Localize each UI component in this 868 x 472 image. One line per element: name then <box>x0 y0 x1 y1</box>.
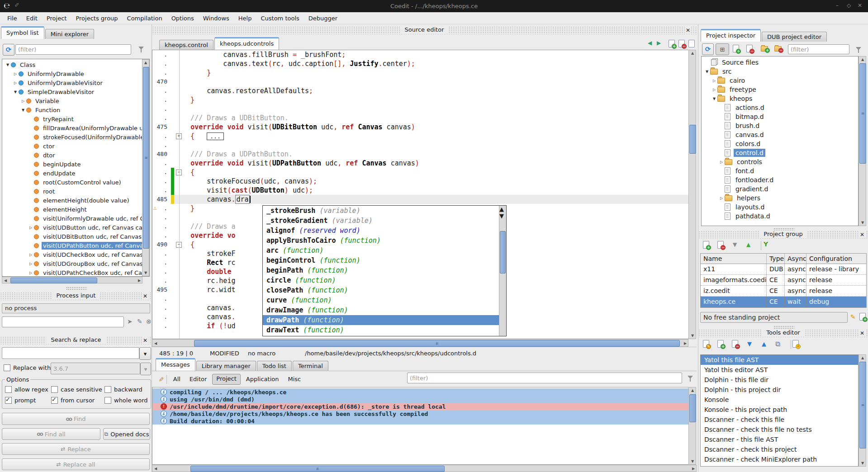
remove-tool-icon[interactable]: − <box>732 340 738 348</box>
scroll-right-icon[interactable]: ▶ <box>136 278 142 283</box>
run-tool-icon[interactable]: ⚡ <box>792 340 799 348</box>
file-tree-item[interactable]: bitmap.d <box>702 112 851 121</box>
code-line[interactable]: . <box>152 141 688 150</box>
tool-item[interactable]: Dscanner - this file AST <box>701 434 858 444</box>
checkbox[interactable] <box>104 397 111 404</box>
scrollbar-thumb[interactable]: ≡ <box>859 362 866 448</box>
menu-item-edit[interactable]: Edit <box>22 12 42 24</box>
symbol-tree-item[interactable]: fillDrawArea(UniformlyDrawable udc <box>3 123 142 132</box>
scroll-down-icon[interactable]: ▼ <box>689 458 696 464</box>
tool-item[interactable]: Dscanner - check MiniExplorer path <box>701 454 858 464</box>
messages-filter-input[interactable] <box>407 373 682 383</box>
file-tree-item[interactable]: ▷controls <box>702 157 851 166</box>
file-tree-item[interactable]: layouts.d <box>702 203 851 212</box>
scroll-up-icon[interactable]: ▲ <box>142 60 149 66</box>
maximize-button[interactable]: ◇ <box>847 2 851 9</box>
scroll-left-icon[interactable]: ◀ <box>152 340 159 346</box>
close-window-button[interactable]: ✕ <box>858 2 862 9</box>
code-line[interactable]: . canvas.restoreAllDefaults; <box>152 86 688 95</box>
merge-projects-icon[interactable]: Y <box>764 241 768 248</box>
code-line[interactable]: . override void visit(UDPathButton udc, … <box>152 159 688 168</box>
menu-item-options[interactable]: Options <box>167 12 199 24</box>
messages-hscrollbar[interactable]: ◀ ≡ ▶ <box>152 465 697 472</box>
tool-item[interactable]: Dscanner - check this project <box>701 444 858 454</box>
completion-item[interactable]: applyBrushToCairo(function) <box>263 236 499 245</box>
document-icon[interactable] <box>688 40 695 47</box>
tab-messages[interactable]: Messages <box>156 358 195 371</box>
menu-item-project[interactable]: Project <box>42 12 71 24</box>
completion-item[interactable]: _strokeBrush(variable) <box>263 206 499 216</box>
column-header-async[interactable]: Async <box>784 254 806 264</box>
file-tree-item[interactable]: ▷helpers <box>702 194 851 203</box>
new-free-project-icon[interactable]: + <box>859 313 866 321</box>
new-document-icon[interactable]: + <box>669 40 675 47</box>
file-tree-item[interactable]: control.d <box>702 148 851 157</box>
cancel-process-icon[interactable]: ⊗ <box>146 318 152 325</box>
symbol-tree-item[interactable]: beginUpdate <box>3 160 142 169</box>
right-panel-divider[interactable] <box>698 24 698 472</box>
code-line[interactable]: . /// Draws a UDBitButton. <box>152 113 688 123</box>
symbol-tree-item[interactable]: root(CustomControl value) <box>3 178 142 187</box>
scrollbar-thumb[interactable] <box>500 231 506 274</box>
project-refresh-button[interactable]: ⟳ <box>702 43 714 55</box>
file-tree-item[interactable]: Source files <box>702 58 851 67</box>
completion-item[interactable]: drawText(function) <box>263 325 499 335</box>
completion-item[interactable]: circle(function) <box>263 275 499 285</box>
expander-closed-icon[interactable]: ▷ <box>718 196 725 200</box>
editor-tab-kheops-control[interactable]: kheops.control <box>159 40 213 50</box>
message-row[interactable]: iBuild duration: 00:00:04 <box>152 417 688 425</box>
file-tree-item[interactable]: colors.d <box>702 139 851 148</box>
remove-project-icon[interactable]: − <box>717 241 724 249</box>
menu-item-compilation[interactable]: Compilation <box>123 12 167 24</box>
expander-open-icon[interactable]: ▼ <box>5 63 11 67</box>
message-row[interactable]: !/usr/include/dmd/druntime/import/core/e… <box>152 403 688 410</box>
remove-file-icon[interactable]: − <box>746 45 753 52</box>
expander-closed-icon[interactable]: ▷ <box>28 226 34 230</box>
scroll-down-icon[interactable]: ▼ <box>499 212 504 219</box>
code-line[interactable]: . <box>152 104 688 113</box>
send-and-pin-icon[interactable]: ✎ <box>137 318 142 325</box>
tool-item[interactable]: Dolphin - this file dir <box>701 375 858 385</box>
checkbox[interactable] <box>5 397 12 404</box>
symbol-tree-item[interactable]: ▷visit(UDCheckBox udc, ref Canvas <box>3 250 142 259</box>
symbol-filter-input[interactable] <box>15 44 131 55</box>
menu-item-file[interactable]: File <box>3 12 22 24</box>
filter-all[interactable]: All <box>170 374 184 384</box>
send-input-icon[interactable]: ➤ <box>127 318 133 325</box>
scrollbar-thumb[interactable] <box>689 125 696 154</box>
symbol-tree-vscrollbar[interactable]: ▲ ≡ ▼ <box>142 59 149 276</box>
edit-pencil-icon[interactable]: ✎ <box>850 313 856 321</box>
tab-todo-list[interactable]: Todo list <box>257 361 292 371</box>
file-tree-item[interactable]: brush.d <box>702 121 851 130</box>
expander-closed-icon[interactable]: ▷ <box>12 72 19 76</box>
tab-mini-explorer[interactable]: Mini explorer <box>45 29 95 39</box>
file-tree-item[interactable]: ▷freetype <box>702 85 851 94</box>
option-backward[interactable]: backward <box>104 386 148 393</box>
replace-with-option[interactable]: Replace with <box>4 364 51 371</box>
scroll-left-icon[interactable]: ◀ <box>152 466 159 472</box>
option-whole-word[interactable]: whole word <box>104 397 148 404</box>
filter-application[interactable]: Application <box>242 374 283 384</box>
clear-messages-icon[interactable]: ✎ <box>157 377 165 382</box>
code-line[interactable]: 470 <box>152 77 688 86</box>
menu-item-help[interactable]: Help <box>234 12 256 24</box>
scrollbar-thumb[interactable]: ≡ <box>859 63 866 164</box>
scrollbar-thumb[interactable]: ≡ <box>190 466 445 472</box>
close-icon[interactable]: ✕ <box>685 27 691 34</box>
find-all-button[interactable]: oo Find all <box>2 428 100 440</box>
replace-all-button[interactable]: ⇄ Replace all <box>2 458 150 470</box>
editor-tab-kheops-udcontrols[interactable]: kheops.udcontrols <box>214 37 279 50</box>
edit-tool-icon[interactable]: ✎ <box>703 340 709 348</box>
file-tree-item[interactable]: fontloader.d <box>702 175 851 184</box>
scroll-up-icon[interactable]: ▲ <box>689 387 696 393</box>
tools-vscrollbar[interactable]: ▲ ≡ ▼ <box>859 354 866 467</box>
search-input[interactable] <box>2 347 139 359</box>
completion-item[interactable]: beginControl(function) <box>263 255 499 265</box>
tab-project-inspector[interactable]: Project inspector <box>701 29 761 42</box>
tab-terminal[interactable]: Terminal <box>293 361 328 371</box>
completion-item[interactable]: drawImage(function) <box>263 305 499 315</box>
symbol-tree-item[interactable]: ▷visit(UDButton udc, ref Canvas can <box>3 223 142 232</box>
splitter-handle[interactable] <box>66 287 87 290</box>
symbol-tree-item[interactable]: ▼SimpleDrawableVisitor <box>3 87 142 96</box>
tool-item[interactable]: Dscanner - check this file no tests <box>701 425 858 434</box>
